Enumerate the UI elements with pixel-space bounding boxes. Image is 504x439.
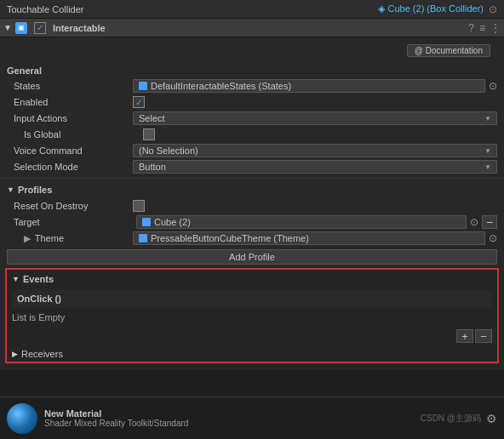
top-bar-close-icon[interactable]: ⊙ <box>489 3 497 15</box>
shader-label: Shader Mixed Reality Toolkit/Standard <box>44 419 414 428</box>
bottom-bar: New Material Shader Mixed Reality Toolki… <box>0 396 504 439</box>
component-enabled-checkbox[interactable] <box>34 22 46 34</box>
settings-icon[interactable]: ≡ <box>479 22 485 34</box>
selection-mode-dropdown[interactable]: Button ▼ <box>133 160 497 174</box>
profiles-collapse-arrow-icon[interactable]: ▼ <box>7 185 14 194</box>
states-field-label: DefaultInteractableStates (States) <box>151 81 291 91</box>
events-remove-button[interactable]: − <box>475 329 492 343</box>
more-icon[interactable]: ⋮ <box>490 22 501 34</box>
reset-on-destroy-checkbox[interactable] <box>133 200 145 212</box>
input-actions-value: Select ▼ <box>133 111 497 125</box>
events-collapse-arrow-icon[interactable]: ▼ <box>12 275 20 283</box>
input-actions-label: Input Actions <box>14 113 133 123</box>
voice-command-row: Voice Command (No Selection) ▼ <box>0 143 504 158</box>
reset-on-destroy-row: Reset On Destroy <box>0 198 504 214</box>
target-remove-button[interactable]: − <box>482 215 497 229</box>
input-actions-dropdown[interactable]: Select ▼ <box>133 111 497 125</box>
receivers-collapse-arrow-icon[interactable]: ▶ <box>12 350 18 358</box>
is-global-row: Is Global <box>0 127 504 142</box>
input-actions-row: Input Actions Select ▼ <box>0 111 504 126</box>
theme-row: ▶ Theme PressableButtonCubeTheme (Theme)… <box>0 231 504 246</box>
help-icon[interactable]: ? <box>468 22 474 34</box>
profiles-section-label: Profiles <box>18 185 52 195</box>
target-row: Target Cube (2) ⊙ − <box>0 214 504 230</box>
reset-on-destroy-value <box>133 200 497 212</box>
voice-command-value: (No Selection) ▼ <box>133 144 497 157</box>
target-info-icon[interactable]: ⊙ <box>470 216 478 228</box>
is-global-value <box>143 128 497 140</box>
list-empty-label: List is Empty <box>7 309 497 326</box>
target-field[interactable]: Cube (2) <box>136 215 467 229</box>
theme-field[interactable]: PressableButtonCubeTheme (Theme) <box>133 231 485 245</box>
content-area: @ Documentation General States DefaultIn… <box>0 37 504 370</box>
input-actions-dropdown-arrow: ▼ <box>484 115 491 123</box>
watermark-label: CSDN @主源码 <box>421 413 481 425</box>
shader-value: Mixed Reality Toolkit/Standard <box>74 419 188 428</box>
events-add-button[interactable]: + <box>456 329 473 343</box>
header-icons: ? ≡ ⋮ <box>468 22 501 34</box>
theme-label-text: Theme <box>35 233 64 243</box>
documentation-button[interactable]: @ Documentation <box>407 44 490 57</box>
voice-command-dropdown[interactable]: (No Selection) ▼ <box>133 144 497 157</box>
add-profile-button[interactable]: Add Profile <box>7 249 497 265</box>
profiles-collapse-row: ▼ Profiles <box>0 182 504 197</box>
target-object-icon <box>142 218 151 226</box>
doc-row: @ Documentation <box>0 41 504 62</box>
theme-object-icon <box>139 234 147 242</box>
states-field[interactable]: DefaultInteractableStates (States) <box>133 79 485 93</box>
states-value: DefaultInteractableStates (States) ⊙ <box>133 79 497 93</box>
top-bar-right: ◈ Cube (2) (Box Collider) <box>378 3 484 14</box>
component-icon: ▣ <box>15 22 27 34</box>
input-actions-dropdown-label: Select <box>139 113 165 123</box>
is-global-label: Is Global <box>24 129 143 140</box>
theme-value: PressableButtonCubeTheme (Theme) ⊙ <box>133 231 497 245</box>
component-header: ▼ ▣ Interactable ? ≡ ⋮ <box>0 19 504 37</box>
events-header: ▼ Events <box>7 270 497 288</box>
material-name: New Material <box>44 408 414 419</box>
states-info-icon[interactable]: ⊙ <box>489 80 497 92</box>
receivers-label: Receivers <box>21 349 63 359</box>
top-bar: Touchable Collider ◈ Cube (2) (Box Colli… <box>0 0 504 19</box>
events-label: Events <box>23 274 54 284</box>
reset-on-destroy-label: Reset On Destroy <box>14 201 133 211</box>
divider-1 <box>0 178 504 179</box>
selection-mode-row: Selection Mode Button ▼ <box>0 159 504 174</box>
component-title: Interactable <box>53 23 465 33</box>
theme-label: ▶ Theme <box>14 233 133 244</box>
states-row: States DefaultInteractableStates (States… <box>0 78 504 94</box>
enabled-row: Enabled <box>0 94 504 110</box>
selection-mode-value: Button ▼ <box>133 160 497 174</box>
theme-collapse-icon[interactable]: ▶ <box>24 233 31 243</box>
voice-command-label: Voice Command <box>14 145 133 156</box>
states-object-icon <box>139 82 147 90</box>
enabled-label: Enabled <box>14 97 133 107</box>
is-global-checkbox[interactable] <box>143 128 155 140</box>
cube-icon: ◈ <box>378 3 387 14</box>
general-section-label: General <box>0 62 504 77</box>
gear-icon[interactable]: ⚙ <box>486 412 497 425</box>
target-field-label: Cube (2) <box>154 217 191 227</box>
bottom-right-icons: CSDN @主源码 ⚙ <box>421 412 497 425</box>
top-bar-label: Touchable Collider <box>7 4 84 14</box>
receivers-row: ▶ Receivers <box>7 346 497 362</box>
theme-field-label: PressableButtonCubeTheme (Theme) <box>151 233 309 243</box>
material-sphere-icon <box>7 403 37 434</box>
selection-mode-label: Selection Mode <box>14 162 133 172</box>
states-label: States <box>14 81 133 91</box>
top-bar-right-label: Cube (2) (Box Collider) <box>388 3 484 14</box>
enabled-checkbox[interactable] <box>133 96 145 108</box>
selection-mode-dropdown-arrow: ▼ <box>484 163 491 171</box>
events-section: ▼ Events OnClick () List is Empty + − ▶ … <box>5 268 499 363</box>
selection-mode-dropdown-label: Button <box>139 162 166 172</box>
onclick-label: OnClick () <box>17 294 61 304</box>
voice-command-dropdown-arrow: ▼ <box>484 147 491 155</box>
theme-info-icon[interactable]: ⊙ <box>489 232 497 244</box>
enabled-value <box>133 96 497 108</box>
profiles-section: ▼ Profiles Reset On Destroy Target Cube … <box>0 182 504 265</box>
expand-arrow-icon[interactable]: ▼ <box>3 23 12 32</box>
onclick-item: OnClick () <box>12 290 492 307</box>
voice-command-dropdown-label: (No Selection) <box>139 145 198 156</box>
material-info: New Material Shader Mixed Reality Toolki… <box>44 408 414 428</box>
events-footer: + − <box>7 326 497 346</box>
target-label: Target <box>14 217 133 227</box>
